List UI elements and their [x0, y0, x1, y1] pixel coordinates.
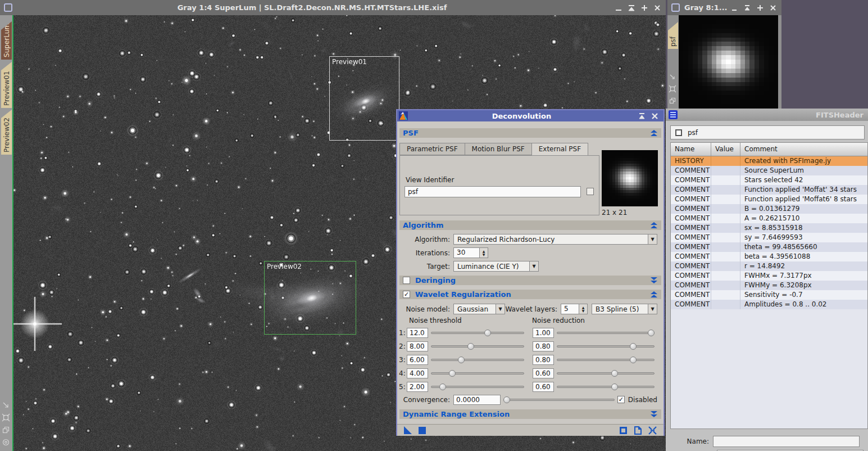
noise-threshold-input-4[interactable]: 4.00 [407, 368, 428, 378]
psf-thumbnail[interactable] [602, 150, 658, 206]
apply-icon[interactable] [419, 427, 426, 434]
fits-row-comment-12[interactable]: COMMENTFWHMx = 7.3177px [671, 271, 867, 281]
apply-global-icon[interactable] [620, 427, 627, 434]
minimize-icon[interactable] [612, 2, 625, 13]
select-view-button[interactable] [587, 188, 594, 195]
noise-threshold-slider-3[interactable] [431, 355, 524, 364]
spinner-arrows-icon[interactable]: ▲▼ [579, 304, 587, 314]
fits-row-comment-2[interactable]: COMMENTStars selected 42 [671, 175, 867, 185]
noise-reduction-slider-4[interactable] [557, 369, 655, 378]
noise-threshold-input-5[interactable]: 2.00 [407, 382, 428, 392]
fits-row-comment-4[interactable]: COMMENTFunction applied 'Moffat6' 8 star… [671, 195, 867, 204]
sidebar-tab-preview02[interactable]: Preview02 [1, 110, 12, 155]
algorithm-dropdown[interactable]: Regularized Richardson-Lucy ▼ [453, 234, 657, 245]
deconvolution-titlebar[interactable]: Deconvolution [397, 110, 664, 121]
fits-row-comment-11[interactable]: COMMENTr = 14.8492 [671, 261, 867, 271]
noise-reduction-input-1[interactable]: 1.00 [533, 328, 554, 338]
collapse-section-icon[interactable] [650, 130, 658, 137]
expand-section-icon[interactable] [650, 277, 658, 284]
zoom-to-fit-icon[interactable] [669, 73, 676, 81]
iterations-spinner[interactable]: 30 ▲▼ [453, 247, 488, 258]
section-header-psf[interactable]: PSF [399, 128, 661, 138]
noise-reduction-input-2[interactable]: 0.80 [533, 341, 554, 351]
fits-panel-titlebar[interactable]: FITSHeader [666, 109, 868, 121]
tab-motion-blur-psf[interactable]: Motion Blur PSF [465, 143, 531, 155]
fits-row-comment-7[interactable]: COMMENTsx = 8.85315918 [671, 223, 867, 233]
fits-row-comment-14[interactable]: COMMENTSensitivity = -0.7 [671, 290, 867, 300]
fits-view-selector[interactable]: psf [670, 125, 865, 139]
section-header-deringing[interactable]: Deringing [399, 276, 661, 285]
view-identifier-input[interactable]: psf [405, 186, 581, 197]
psf-window-titlebar[interactable]: Gray 8:1... [667, 0, 781, 15]
fits-row-comment-9[interactable]: COMMENTtheta = 99.48565660 [671, 242, 867, 252]
new-instance-icon[interactable] [404, 426, 412, 434]
fits-name-input[interactable] [713, 436, 860, 447]
zoom-icon[interactable] [753, 2, 766, 13]
target-dropdown[interactable]: Luminance (CIE Y) ▼ [453, 261, 539, 272]
zoom-icon[interactable] [638, 2, 651, 13]
duplicate-view-icon[interactable] [2, 426, 10, 434]
noise-reduction-slider-5[interactable] [557, 382, 655, 391]
deringing-checkbox[interactable] [403, 277, 410, 284]
collapse-section-icon[interactable] [650, 291, 658, 298]
noise-threshold-input-3[interactable]: 6.00 [407, 355, 428, 365]
column-header-comment[interactable]: Comment [740, 143, 867, 156]
noise-reduction-input-4[interactable]: 0.60 [533, 368, 554, 378]
psf-image-view[interactable] [679, 15, 778, 109]
noise-threshold-input-1[interactable]: 12.0 [407, 328, 428, 338]
fits-row-comment-1[interactable]: COMMENTSource SuperLum [671, 166, 867, 175]
noise-reduction-input-3[interactable]: 0.80 [533, 355, 554, 365]
zoom-to-fit-icon[interactable] [2, 401, 10, 409]
noise-threshold-slider-1[interactable] [431, 328, 524, 337]
browse-documentation-icon[interactable] [634, 426, 642, 435]
fits-row-comment-10[interactable]: COMMENTbeta = 4.39561088 [671, 252, 867, 261]
spinner-arrows-icon[interactable]: ▲▼ [479, 248, 488, 258]
close-icon[interactable] [766, 2, 779, 13]
psf-sidebar-tab[interactable]: psf [668, 22, 678, 49]
collapse-section-icon[interactable] [650, 222, 658, 229]
expand-section-icon[interactable] [650, 411, 658, 418]
noise-threshold-input-2[interactable]: 8.00 [407, 341, 428, 351]
noise-reduction-slider-1[interactable] [557, 328, 655, 337]
noise-reduction-input-5[interactable]: 0.60 [533, 382, 554, 392]
noise-threshold-slider-2[interactable] [431, 342, 524, 351]
close-icon[interactable] [651, 2, 664, 13]
sidebar-tab-preview01[interactable]: Preview01 [1, 62, 12, 108]
column-header-value[interactable]: Value [711, 143, 740, 156]
fits-row-comment-8[interactable]: COMMENTsy = 7.64699593 [671, 233, 867, 242]
scaling-function-dropdown[interactable]: B3 Spline (5) ▼ [592, 304, 657, 314]
fits-row-comment-5[interactable]: COMMENTB = 0.01361279 [671, 204, 867, 214]
fits-row-comment-6[interactable]: COMMENTA = 0.26215710 [671, 214, 867, 223]
disabled-checkbox[interactable]: ✓ [617, 396, 625, 403]
shade-icon[interactable] [635, 110, 648, 121]
fits-row-comment-15[interactable]: COMMENTAmplitudes = 0.8 .. 0.02 [671, 300, 867, 309]
minimize-icon[interactable] [728, 2, 740, 13]
section-header-wavelet-regularization[interactable]: ✓ Wavelet Regularization [399, 290, 661, 299]
section-header-algorithm[interactable]: Algorithm [399, 220, 661, 230]
fits-row-history-0[interactable]: HISTORYCreated with PSFImage.jy [671, 156, 867, 166]
reset-icon[interactable] [648, 426, 657, 435]
screen-transfer-icon[interactable] [2, 438, 10, 447]
convergence-slider[interactable] [503, 395, 615, 404]
shade-icon[interactable] [625, 2, 638, 13]
duplicate-view-icon[interactable] [669, 97, 676, 105]
column-header-name[interactable]: Name [671, 143, 711, 156]
main-window-titlebar[interactable]: Gray 1:4 SuperLum | SL.Draft2.Decon.NR.M… [0, 0, 666, 15]
noise-reduction-slider-3[interactable] [557, 355, 655, 364]
tab-external-psf[interactable]: External PSF [531, 143, 588, 156]
preview01-rect[interactable]: Preview01 [329, 56, 399, 141]
sidebar-tab-superlum[interactable]: SuperLum [1, 21, 12, 60]
wavelet-regularization-checkbox[interactable]: ✓ [403, 291, 410, 298]
close-icon[interactable] [648, 110, 661, 121]
fits-row-comment-13[interactable]: COMMENTFWHMy = 6.3208px [671, 281, 867, 290]
convergence-input[interactable]: 0.0000 [453, 395, 501, 405]
noise-reduction-slider-2[interactable] [557, 342, 655, 351]
section-header-dynamic-range-extension[interactable]: Dynamic Range Extension [399, 409, 661, 419]
shade-icon[interactable] [740, 2, 753, 13]
fit-view-icon[interactable] [669, 85, 676, 93]
noise-threshold-slider-4[interactable] [431, 369, 524, 378]
noise-threshold-slider-5[interactable] [431, 382, 524, 391]
wavelet-layers-spinner[interactable]: 5 ▲▼ [561, 304, 588, 314]
tab-parametric-psf[interactable]: Parametric PSF [399, 143, 465, 155]
fits-row-comment-3[interactable]: COMMENTFunction applied 'Moffat' 34 star… [671, 185, 867, 195]
